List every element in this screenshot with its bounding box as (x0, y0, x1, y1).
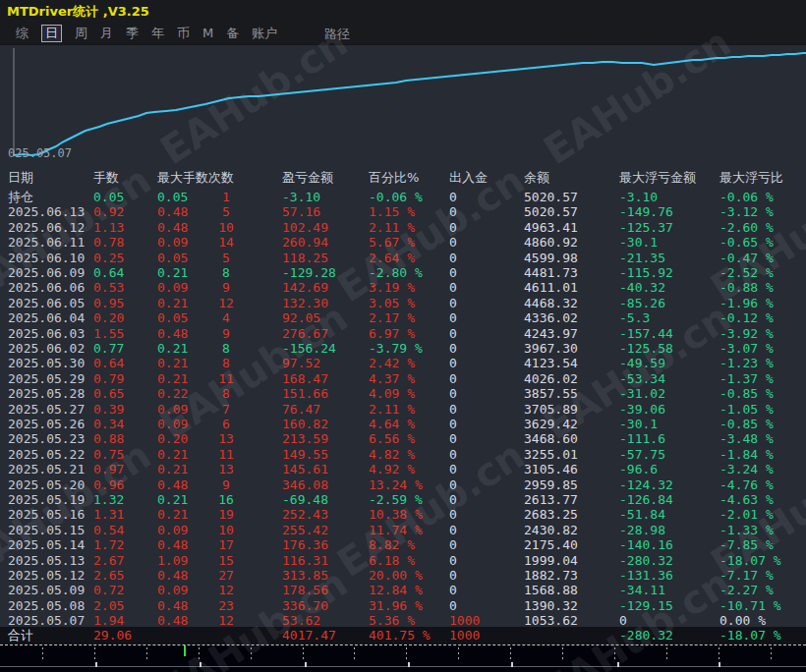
cell-max_float_pct: -0.47 % (720, 251, 806, 265)
cell-date: 2025.05.19 (8, 492, 94, 507)
cell-max_float: -53.34 (619, 371, 716, 386)
cell-date: 2025.06.09 (8, 265, 94, 280)
cell-count: 23 (206, 598, 246, 613)
cell-max_lots: 0.48 (157, 568, 204, 583)
menu-item-magic[interactable]: M (202, 26, 213, 41)
menu-item-weekly[interactable]: 周 (75, 26, 87, 41)
cell-lots: 0.54 (93, 523, 152, 537)
cell-inout: 0 (449, 296, 520, 310)
cell-inout: 0 (449, 235, 520, 250)
cell-max_float_pct: -3.48 % (720, 431, 806, 446)
menu-item-daily[interactable]: 日 (41, 25, 62, 42)
menu-item-summary[interactable]: 综 (16, 26, 29, 41)
table-row: 2025.05.260.340.096160.824.64 %03629.42-… (0, 417, 806, 431)
cell-date: 2025.05.26 (8, 417, 94, 431)
cell-pnl: 142.69 (282, 280, 369, 295)
cell-pct: -3.79 % (369, 341, 449, 356)
cell-max_float: -30.1 (619, 235, 716, 250)
cell-pct: 2.11 % (369, 220, 449, 235)
header-inout: 出入金 (449, 169, 488, 187)
cell-max_float_pct: -10.71 % (720, 598, 806, 613)
cell-pct: 5.67 % (369, 235, 449, 250)
cell-max_float_pct: -18.07 % (720, 553, 806, 568)
cell-pnl: 313.85 (282, 568, 369, 583)
cell-lots: 0.78 (93, 235, 152, 250)
cell-max_float_pct: -1.84 % (720, 447, 806, 462)
cell-pct: 5.36 % (369, 613, 449, 628)
cell-max_float: -140.16 (619, 537, 716, 552)
cursor-tick (184, 645, 186, 656)
cell-date: 2025.05.30 (8, 356, 94, 370)
cell-count: 8 (206, 356, 246, 370)
menu-item-currency[interactable]: 币 (177, 26, 190, 41)
cell-date: 2025.06.03 (8, 326, 94, 341)
cell-count: 13 (206, 431, 246, 446)
cell-balance: 3255.01 (524, 447, 616, 462)
table-row: 2025.06.050.950.2112132.303.05 %04468.32… (0, 296, 806, 310)
cell-max_float_pct: -4.63 % (720, 492, 806, 507)
cell-max_lots: 0.21 (157, 265, 204, 280)
cell-max_lots: 0.48 (157, 537, 204, 552)
cell-max_float_pct: -1.05 % (720, 402, 806, 417)
cell-pct: 13.24 % (369, 477, 449, 492)
time-axis-tick (200, 662, 202, 667)
cell-max_float_pct: 0.00 % (720, 613, 806, 628)
menu-item-orders[interactable]: 备 (226, 26, 239, 41)
time-grid-dash (510, 647, 511, 661)
cell-max_lots: 0.09 (157, 417, 204, 431)
cell-date: 合计 (8, 627, 94, 644)
cell-pnl: 4017.47 (282, 627, 369, 644)
menu-item-account[interactable]: 账户 (252, 26, 277, 41)
cell-date: 持仓 (8, 190, 94, 204)
total-row: 合计29.064017.47401.75 %1000-280.32-18.07 … (0, 627, 806, 644)
cell-max_float: -280.32 (619, 553, 716, 568)
cell-inout: 0 (449, 553, 520, 568)
menu-item-monthly[interactable]: 月 (100, 26, 113, 41)
header-pct: 百分比% (369, 169, 419, 187)
cell-max_float: -31.02 (619, 386, 716, 401)
cell-max_float_pct: -1.37 % (720, 371, 806, 386)
cell-max_float_pct: -3.07 % (720, 341, 806, 356)
menu-item-yearly[interactable]: 年 (151, 26, 164, 41)
menu-item-quarterly[interactable]: 季 (126, 26, 139, 41)
header-pnl: 盈亏金额 (282, 169, 333, 187)
cell-max_lots: 0.05 (157, 251, 204, 265)
cell-count: 11 (206, 371, 246, 386)
cell-pnl: -129.28 (282, 265, 369, 280)
time-grid-dash (562, 647, 563, 661)
cell-count: 7 (206, 402, 246, 417)
cell-balance: 2430.82 (524, 523, 616, 537)
cell-pct: 11.74 % (369, 523, 449, 537)
cell-balance: 1882.73 (524, 568, 616, 583)
table-row: 2025.06.130.920.48557.161.15 %05020.57-1… (0, 204, 806, 219)
cell-pnl: 53.62 (282, 613, 369, 628)
cell-balance: 3967.30 (524, 341, 616, 356)
cell-pnl: -156.24 (282, 341, 369, 356)
cell-max_float: -115.92 (619, 265, 716, 280)
cell-inout: 0 (449, 265, 520, 280)
table-row: 2025.05.210.970.2113145.614.92 %03105.46… (0, 462, 806, 476)
cell-date: 2025.05.20 (8, 477, 94, 492)
cell-pnl: 118.25 (282, 251, 369, 265)
cell-count: 12 (206, 583, 246, 597)
time-grid-dash (354, 647, 355, 661)
time-grid-dash (719, 647, 720, 661)
menu-item-path[interactable]: 路径 (324, 26, 350, 43)
menubar: 综日周月季年币M备账户 (16, 25, 277, 42)
header-date: 日期 (8, 169, 33, 187)
cell-date: 2025.05.27 (8, 402, 94, 417)
cell-inout: 0 (449, 568, 520, 583)
window-title: MTDriver统计 ,V3.25 (7, 3, 149, 21)
cell-pct: 8.82 % (369, 537, 449, 552)
cell-date: 2025.05.14 (8, 537, 94, 552)
cell-max_float_pct: -3.92 % (720, 326, 806, 341)
cell-max_float_pct: -1.33 % (720, 523, 806, 537)
cell-max_float: -111.6 (619, 431, 716, 446)
cell-lots: 0.92 (93, 204, 152, 219)
cell-inout: 0 (449, 417, 520, 431)
cell-max_float_pct: -2.01 % (720, 507, 806, 522)
cell-lots: 0.05 (93, 190, 152, 204)
cell-balance: 4860.92 (524, 235, 616, 250)
cell-pnl: 346.08 (282, 477, 369, 492)
cell-max_float_pct: -0.85 % (720, 417, 806, 431)
